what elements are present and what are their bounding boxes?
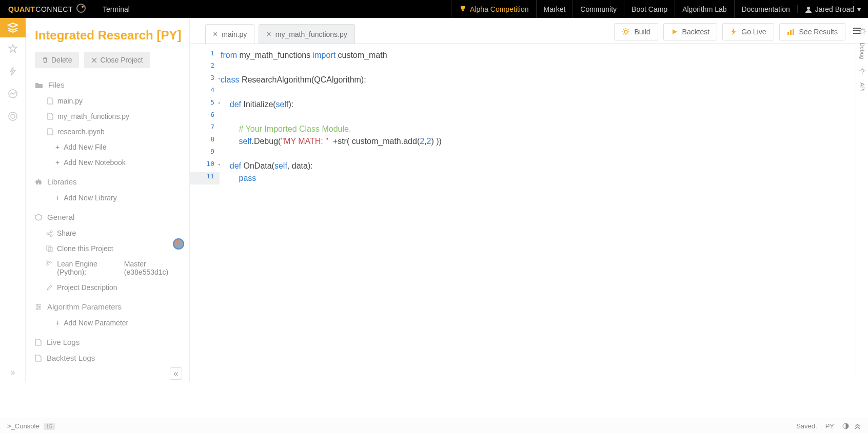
svg-rect-20: [793, 29, 794, 35]
branch-icon: [46, 260, 52, 266]
chevron-down-icon: ▾: [857, 5, 861, 13]
libraries-section-head[interactable]: Libraries: [35, 177, 183, 186]
file-research-ipynb[interactable]: research.ipynb: [35, 124, 183, 139]
statusbar: >_Console 15 Saved. PY: [0, 419, 868, 433]
trophy-icon: [459, 5, 467, 13]
clone-project-button[interactable]: Clone this Project: [35, 241, 183, 256]
general-section-head[interactable]: General: [35, 213, 183, 221]
editor-tabs: × main.py × my_math_functions.py: [205, 24, 355, 44]
topbar-title: Terminal: [103, 5, 130, 13]
contrast-icon[interactable]: [842, 423, 849, 429]
file-icon: [47, 97, 53, 105]
action-buttons: Build Backtest Go Live See Results: [355, 23, 862, 44]
chevron-left-icon: «: [174, 369, 179, 378]
status-language: PY: [825, 422, 834, 430]
share-icon: [46, 230, 53, 237]
project-description-button[interactable]: Project Description: [35, 280, 183, 295]
share-button[interactable]: Share: [35, 225, 183, 241]
leftbar-target[interactable]: [0, 105, 26, 128]
tab-main-py[interactable]: × main.py: [205, 24, 254, 44]
nav-documentation[interactable]: Documentation: [734, 0, 797, 18]
svg-point-7: [47, 233, 49, 235]
play-icon: [671, 28, 678, 35]
nav-algorithm-lab[interactable]: Algorithm Lab: [675, 0, 734, 18]
status-saved: Saved.: [796, 422, 817, 430]
add-new-library[interactable]: Add New Library: [35, 190, 183, 205]
puzzle-icon: [35, 178, 42, 185]
edit-icon: [46, 284, 53, 291]
close-project-button[interactable]: Close Project: [84, 52, 150, 68]
live-logs-head[interactable]: Live Logs: [35, 338, 183, 346]
svg-point-13: [50, 261, 51, 263]
file-my-math-functions-py[interactable]: my_math_functions.py: [35, 109, 183, 124]
chart-icon: [8, 89, 18, 99]
file-icon: [35, 339, 42, 346]
close-icon: [91, 57, 97, 63]
gutter: 1234567891011: [190, 44, 220, 382]
params-section-head[interactable]: Algorithm Parameters: [35, 302, 183, 311]
cube-icon: [35, 214, 42, 221]
collaborator-avatar[interactable]: [173, 238, 184, 250]
go-live-button[interactable]: Go Live: [722, 23, 774, 40]
user-menu[interactable]: Jared Broad ▾: [797, 5, 868, 13]
add-new-notebook[interactable]: Add New Notebook: [35, 155, 183, 170]
svg-point-22: [861, 69, 864, 72]
code-area[interactable]: from my_math_functions import custom_mat…: [220, 44, 868, 382]
nav-market[interactable]: Market: [536, 0, 573, 18]
add-new-file[interactable]: Add New File: [35, 139, 183, 155]
editor-region: × main.py × my_math_functions.py Build B…: [190, 18, 868, 382]
lean-engine-row[interactable]: Lean Engine (Python): Master (e38e553d1c…: [35, 256, 183, 280]
svg-rect-10: [48, 248, 52, 252]
file-icon: [47, 128, 53, 135]
svg-point-2: [807, 7, 810, 10]
leftbar-star[interactable]: [0, 37, 26, 60]
editor-body[interactable]: 1234567891011 from my_math_functions imp…: [190, 44, 868, 382]
folder-icon: [35, 81, 43, 89]
backtest-button[interactable]: Backtest: [663, 23, 718, 40]
close-icon[interactable]: ×: [266, 30, 271, 38]
console-badge: 15: [44, 423, 55, 430]
nav-alpha-competition[interactable]: Alpha Competition: [451, 0, 536, 18]
build-button[interactable]: Build: [614, 23, 658, 40]
project-title: Integrated Research [PY]: [35, 28, 183, 43]
console-toggle[interactable]: >_Console 15: [7, 422, 55, 430]
svg-point-16: [36, 308, 38, 310]
chevron-right-icon: »: [11, 368, 15, 377]
svg-point-17: [624, 30, 627, 33]
leftbar-bolt[interactable]: [0, 60, 26, 83]
bars-icon: [787, 28, 795, 35]
leftbar-expand[interactable]: »: [0, 363, 26, 382]
bug-icon[interactable]: [859, 27, 866, 34]
copy-icon: [46, 245, 53, 252]
gear-icon: [622, 28, 630, 36]
sliders-icon: [35, 303, 42, 311]
chevron-up-double-icon[interactable]: [854, 423, 861, 429]
trash-icon: [42, 57, 48, 63]
brand[interactable]: QUANT CONNECT: [0, 3, 94, 15]
star-icon: [8, 44, 18, 54]
svg-point-21: [860, 29, 864, 33]
target-icon: [8, 111, 18, 121]
nav-community[interactable]: Community: [573, 0, 624, 18]
leftbar-chart[interactable]: [0, 83, 26, 105]
right-rail-api[interactable]: API: [859, 83, 865, 92]
files-section-head[interactable]: Files: [35, 80, 183, 89]
see-results-button[interactable]: See Results: [779, 23, 845, 40]
delete-button[interactable]: Delete: [35, 52, 79, 68]
svg-rect-9: [47, 246, 51, 250]
backtest-logs-head[interactable]: Backtest Logs: [35, 354, 183, 362]
leftbar-active-tab[interactable]: [0, 18, 26, 37]
brand-quant: QUANT: [8, 5, 35, 13]
collapse-sidebar-button[interactable]: «: [170, 367, 182, 380]
file-main-py[interactable]: main.py: [35, 93, 183, 109]
add-new-parameter[interactable]: Add New Parameter: [35, 315, 183, 331]
topnav: Alpha Competition Market Community Boot …: [451, 0, 797, 18]
tab-my-math-functions-py[interactable]: × my_math_functions.py: [259, 24, 354, 44]
gear-icon[interactable]: [859, 67, 866, 74]
close-icon[interactable]: ×: [213, 30, 218, 38]
svg-point-4: [9, 112, 17, 120]
nav-bootcamp[interactable]: Boot Camp: [624, 0, 675, 18]
svg-point-12: [47, 264, 48, 265]
right-rail-debug[interactable]: Debug: [859, 43, 865, 59]
svg-point-5: [11, 114, 15, 118]
